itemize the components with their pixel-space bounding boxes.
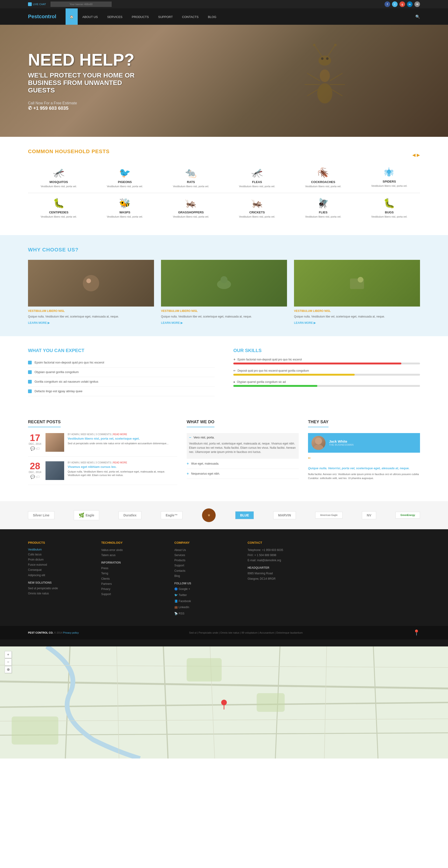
partner-silverline[interactable]: Silver Line [28, 511, 54, 519]
learn-more-3[interactable]: LEARN MORE [294, 321, 313, 324]
pest-item-pigeons[interactable]: 🐦 PIGEONS Vestibulum libero nisl, porta … [94, 167, 155, 188]
footer-social-linkedin[interactable]: 💼 LinkedIn [174, 605, 241, 610]
skills-label-text-1: Epsim factorial non-deposit quid pro quo… [237, 358, 302, 361]
pest-item-spiders[interactable]: 🕷 SPIDERS Vestibulum libero nisl, porta … [359, 167, 420, 188]
expect-item-1: Epsim factorial non-deposit quid pro quo… [28, 358, 215, 368]
post-title-link-1[interactable]: Vestibulum libero nisl, porta vel, scele… [68, 437, 168, 440]
nav-about[interactable]: ABOUT US [78, 8, 102, 25]
pest-desc-centipedes: Vestibulum libero nisl, porta vel. [28, 215, 89, 219]
pest-item-crickets[interactable]: 🦗 CRICKETS Vestibulum libero nisl, porta… [226, 198, 288, 219]
nav-home[interactable]: 🏠 [66, 8, 78, 25]
footer-social-links: 🔵 Google + 🐦 Twitter 📘 Facebook 💼 Linked… [174, 587, 241, 617]
footer-social-rss[interactable]: 📡 RSS [174, 612, 241, 616]
pests-nav-arrows[interactable]: ◀ ▶ [412, 152, 420, 158]
post-day-1: 17 [28, 433, 42, 442]
nav-services[interactable]: SERVICES [102, 8, 127, 25]
hero-title: NEED HELP? [28, 51, 135, 69]
why-item-title-2: VESTIBULUM LIBERO NISL [161, 309, 287, 313]
skills-icon-2: ✏ [233, 369, 236, 372]
learn-more-1[interactable]: LEARN MORE [28, 321, 47, 324]
skills-title: OUR SKILLS [233, 348, 420, 353]
expect-text-1: Epsim factorial non-deposit quid pro quo… [35, 361, 104, 364]
wasp-icon: 🐝 [94, 198, 155, 209]
nav-blog[interactable]: BLOG [203, 8, 221, 25]
header: Pestcontrol 🏠 ABOUT US SERVICES PRODUCTS… [0, 8, 448, 25]
learn-more-2[interactable]: LEARN MORE [161, 321, 180, 324]
partner-1[interactable]: 🌿 Eagle [74, 510, 99, 520]
footer-map-icon: 📍 [413, 629, 420, 636]
post-icons-2: 💬 🏷 [28, 475, 42, 479]
expect-bullet-2 [28, 370, 32, 374]
footer-social-google[interactable]: 🔵 Google + [174, 587, 241, 591]
logo-pest: Pest [28, 13, 39, 20]
post-date-2: 28 DEC, 2014 💬 🏷 [28, 461, 42, 480]
bug-icon: 🐛 [359, 198, 420, 209]
map-zoom-in[interactable]: + [5, 651, 12, 658]
pest-item-wasps[interactable]: 🐝 WASPS Vestibulum libero nisl, porta ve… [94, 198, 155, 219]
search-icon[interactable]: 🔍 [415, 14, 420, 19]
pest-item-flies[interactable]: 🪰 FLIES Vestibulum libero nisl, porta ve… [292, 198, 354, 219]
pest-item-rats[interactable]: 🐀 RATS Vestibulum libero nisl, porta vel… [160, 167, 222, 188]
linkedin-icon[interactable]: in [407, 1, 413, 7]
pest-item-bugs[interactable]: 🐛 BUGS Vestibulum libero nisl, porta vel… [359, 198, 420, 219]
facebook-icon[interactable]: f [385, 1, 390, 7]
skills-bar-bg-1 [233, 363, 420, 365]
partner-eagle[interactable]: Eagle™ [161, 511, 183, 519]
what-label-3: Nequevarius eget nibh. [191, 472, 220, 475]
grasshopper-icon: 🦗 [160, 198, 222, 209]
skills-bar-3 [233, 385, 317, 387]
expect-bullet-4 [28, 390, 32, 393]
nav-products[interactable]: PRODUCTS [127, 8, 154, 25]
what-item-3[interactable]: + Nequevarius eget nibh. [187, 469, 299, 479]
post-title-link-2[interactable]: Vivamus eget nibhiam cursus leo. [68, 465, 177, 469]
partner-marvin[interactable]: MARVIN [273, 511, 296, 519]
expect-title: WHAT YOU CAN EXPECT [28, 348, 215, 353]
post-item-2: 28 DEC, 2014 💬 🏷 BY ADMIN | WEB NEWS | 3… [28, 461, 177, 485]
partner-green[interactable]: GreenEnergy [395, 512, 420, 519]
footer-social-facebook[interactable]: 📘 Facebook [174, 599, 241, 603]
pest-item-mosquitos[interactable]: 🦟 MOSQUITOS Vestibulum libero nisl, port… [28, 167, 89, 188]
live-chat[interactable]: LIVE CHAT [28, 2, 46, 6]
why-item-text-1: Quique nulla. Vestibulum libe vel, scele… [28, 314, 154, 319]
mosquito-icon: 🦟 [28, 167, 89, 178]
email-icon[interactable]: ✉ [414, 1, 420, 7]
map-location[interactable]: ⊕ [5, 666, 12, 673]
pest-item-cockroaches[interactable]: 🪳 COCKROACHES Vestibulum libero nisl, po… [292, 167, 354, 188]
footer-company-products: Products [174, 558, 241, 563]
hero-phone[interactable]: ✆ +1 959 603 6035 [28, 105, 135, 111]
skills-item-1: ✈ Epsim factorial non-deposit quid pro q… [233, 358, 420, 365]
partner-nv[interactable]: NV [362, 511, 376, 519]
googleplus-icon[interactable]: g [399, 1, 405, 7]
privacy-link[interactable]: Privacy policy [63, 631, 78, 634]
nav-support[interactable]: SUPPORT [154, 8, 178, 25]
pest-item-centipedes[interactable]: 🐛 CENTIPEDES Vestibulum libero nisl, por… [28, 198, 89, 219]
pest-name-pigeons: PIGEONS [94, 180, 155, 184]
testimonial-quote: Quique nulla. Veiorrisi, porta vel, scel… [308, 466, 420, 471]
map-zoom-out[interactable]: − [5, 659, 12, 665]
svg-point-4 [326, 57, 328, 60]
testimonial-text: Nulla facilisi. Aenean orci. Vestibulum … [308, 472, 420, 480]
twitter-icon[interactable]: t [392, 1, 397, 7]
post-meta-2: BY ADMIN | WEB NEWS | 3 COMMENTS | READ … [68, 461, 177, 464]
hero-content: NEED HELP? WE'LL PROTECT YOUR HOME ORBUS… [28, 51, 135, 111]
footer-technology: TECHNOLOGY Valius error ulvdo Tatem acus… [101, 541, 167, 617]
pest-name-mosquitos: MOSQUITOS [28, 180, 89, 184]
pest-desc-wasps: Vestibulum libero nisl, porta vel. [94, 215, 155, 219]
footer-social-twitter[interactable]: 🐦 Twitter [174, 593, 241, 597]
partner-blue[interactable]: BLUE [235, 511, 254, 519]
footer-bottom-links: Sed ut | Perspiciatis unde | Omnis iste … [189, 631, 302, 634]
footer-telephone: Telephone: +1 959 603 6035 [248, 548, 314, 552]
footer-link-vestibulum[interactable]: Vestibulum [28, 548, 94, 551]
what-item-2[interactable]: + Wue eget, malesuada. [187, 459, 299, 469]
partner-american[interactable]: American Eagle [315, 512, 343, 519]
post-content-2: BY ADMIN | WEB NEWS | 3 COMMENTS | READ … [68, 461, 177, 480]
pest-item-grasshoppers[interactable]: 🦗 GRASSHOPPERS Vestibulum libero nisl, p… [160, 198, 222, 219]
partner-duratlex[interactable]: Duratlex [119, 511, 141, 519]
partner-stamp[interactable]: ⚜ [202, 508, 216, 522]
top-bar-left: LIVE CHAT Your banner 468x60 [28, 2, 111, 7]
skills-bar-1 [233, 363, 401, 365]
pest-item-fleas[interactable]: 🦟 FLEAS Vestibulum libero nisl, porta ve… [226, 167, 288, 188]
nav-contacts[interactable]: CONTACTS [177, 8, 203, 25]
pest-name-fleas: FLEAS [226, 180, 288, 184]
what-item-active[interactable]: − Vero nisl, porta. Vestibulum nisl, por… [187, 433, 299, 459]
